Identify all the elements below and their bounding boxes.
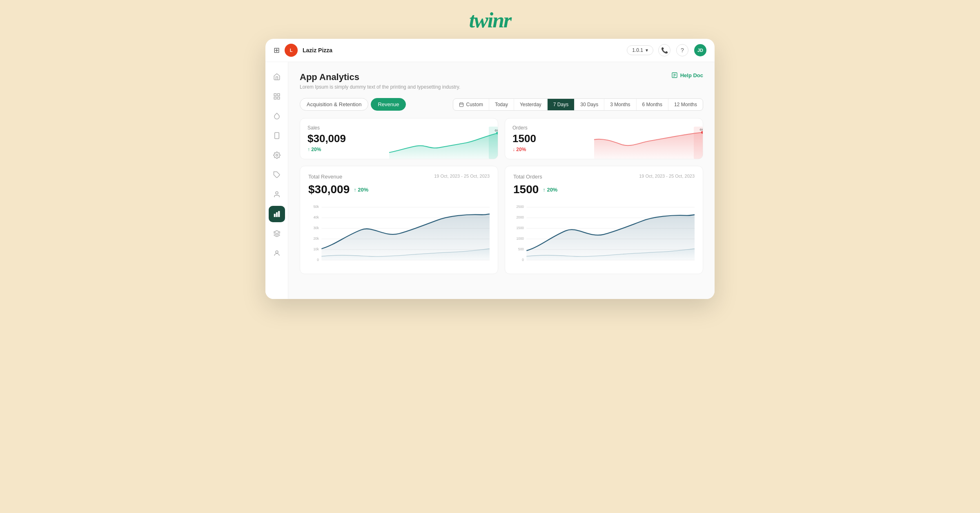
orders-mini-chart: 60: [594, 127, 703, 159]
app-window: ⊞ L Laziz Pizza 1.0.1 ▾ 📞 ? JD: [265, 39, 715, 299]
page-title-block: App Analytics Lorem Ipsum is simply dumm…: [300, 72, 460, 90]
time-btn-6months[interactable]: 6 Months: [637, 99, 668, 110]
company-name: Laziz Pizza: [303, 47, 332, 54]
chevron-down-icon: ▾: [646, 47, 648, 53]
topbar: ⊞ L Laziz Pizza 1.0.1 ▾ 📞 ? JD: [265, 39, 715, 62]
topbar-right: 📞 ? JD: [658, 44, 706, 56]
time-btn-yesterday[interactable]: Yesterday: [514, 99, 548, 110]
time-btn-7days[interactable]: 7 Days: [548, 99, 575, 110]
svg-text:2000: 2000: [516, 215, 524, 219]
svg-rect-4: [274, 133, 279, 139]
total-orders-amount: 1500: [513, 183, 539, 196]
svg-rect-10: [276, 212, 277, 217]
sidebar-item-layers[interactable]: [269, 225, 285, 242]
help-icon[interactable]: ?: [676, 44, 688, 56]
total-revenue-header: Total Revenue 19 Oct, 2023 - 25 Oct, 202…: [308, 174, 490, 180]
svg-rect-0: [274, 94, 276, 96]
svg-text:50k: 50k: [313, 205, 319, 209]
content-area: App Analytics Lorem Ipsum is simply dumm…: [288, 62, 715, 299]
total-orders-header: Total Orders 19 Oct, 2023 - 25 Oct, 2023: [513, 174, 695, 180]
company-logo: L: [285, 44, 298, 57]
svg-text:40k: 40k: [313, 215, 319, 219]
phone-icon[interactable]: 📞: [658, 44, 670, 56]
svg-text:500: 500: [518, 247, 524, 251]
svg-marker-12: [274, 231, 280, 234]
svg-rect-11: [278, 211, 279, 217]
svg-rect-3: [277, 97, 279, 99]
total-orders-title: Total Orders: [513, 174, 542, 180]
filter-bar: Acquisition & Retention Revenue Custom T…: [300, 98, 703, 111]
sidebar-item-home[interactable]: [269, 69, 285, 85]
svg-text:20k: 20k: [313, 236, 319, 241]
total-revenue-amount: $30,009: [308, 183, 350, 196]
svg-text:1000: 1000: [516, 236, 524, 241]
total-revenue-title: Total Revenue: [308, 174, 342, 180]
sales-mini-chart: 60: [389, 127, 498, 159]
svg-text:30k: 30k: [313, 226, 319, 230]
svg-rect-18: [459, 103, 463, 107]
tab-acquisition[interactable]: Acquisition & Retention: [300, 98, 368, 111]
svg-text:2500: 2500: [516, 205, 524, 209]
big-cards-row: Total Revenue 19 Oct, 2023 - 25 Oct, 202…: [300, 166, 703, 274]
svg-point-8: [276, 192, 278, 194]
time-btn-12months[interactable]: 12 Months: [668, 99, 703, 110]
total-orders-card: Total Orders 19 Oct, 2023 - 25 Oct, 2023…: [505, 166, 703, 274]
total-revenue-date: 19 Oct, 2023 - 25 Oct, 2023: [434, 174, 490, 178]
total-revenue-chart: 50k 40k 30k 20k 10k 0: [308, 201, 490, 266]
time-filter-group: Custom Today Yesterday 7 Days 30 Days 3 …: [453, 98, 703, 111]
time-btn-today[interactable]: Today: [489, 99, 514, 110]
total-revenue-value: $30,009 ↑ 20%: [308, 183, 490, 196]
time-btn-30days[interactable]: 30 Days: [575, 99, 604, 110]
time-btn-custom[interactable]: Custom: [453, 99, 489, 110]
sidebar-item-user[interactable]: [269, 186, 285, 203]
svg-text:0: 0: [522, 258, 524, 262]
total-orders-date: 19 Oct, 2023 - 25 Oct, 2023: [639, 174, 695, 178]
svg-rect-24: [489, 127, 498, 159]
total-revenue-badge: ↑ 20%: [354, 187, 368, 193]
help-doc-link[interactable]: Help Doc: [671, 72, 703, 78]
page-title: App Analytics: [300, 72, 460, 83]
total-orders-chart: 2500 2000 1500 1000 500 0: [513, 201, 695, 266]
tab-revenue[interactable]: Revenue: [371, 98, 406, 111]
time-btn-3months[interactable]: 3 Months: [604, 99, 636, 110]
svg-rect-27: [694, 127, 703, 159]
tab-group: Acquisition & Retention Revenue: [300, 98, 406, 111]
main-layout: App Analytics Lorem Ipsum is simply dumm…: [265, 62, 715, 299]
user-avatar[interactable]: JD: [694, 44, 706, 56]
sidebar-item-puzzle[interactable]: [269, 167, 285, 183]
sidebar-item-settings[interactable]: [269, 147, 285, 163]
app-logo: twinr: [469, 8, 511, 32]
sidebar-item-person[interactable]: [269, 245, 285, 261]
page-subtitle: Lorem Ipsum is simply dummy text of the …: [300, 84, 460, 90]
svg-rect-2: [274, 97, 276, 99]
version-text: 1.0.1: [632, 47, 643, 53]
total-orders-badge: ↑ 20%: [543, 187, 557, 193]
sales-card: Sales $30,009 ↑ 20%: [300, 118, 498, 159]
sidebar-item-drop[interactable]: [269, 108, 285, 124]
total-revenue-card: Total Revenue 19 Oct, 2023 - 25 Oct, 202…: [300, 166, 498, 274]
svg-rect-1: [277, 94, 279, 96]
help-doc-label: Help Doc: [680, 72, 703, 78]
orders-card: Orders 1500 ↓ 20%: [505, 118, 703, 159]
mini-cards-row: Sales $30,009 ↑ 20%: [300, 118, 703, 159]
total-orders-value: 1500 ↑ 20%: [513, 183, 695, 196]
svg-rect-9: [274, 214, 275, 217]
svg-text:1500: 1500: [516, 226, 524, 230]
sidebar-item-analytics[interactable]: [269, 206, 285, 222]
svg-point-6: [276, 154, 278, 156]
svg-point-13: [276, 251, 278, 253]
sidebar: [265, 62, 288, 299]
sidebar-item-layout[interactable]: [269, 88, 285, 105]
svg-text:10k: 10k: [313, 247, 319, 251]
svg-text:0: 0: [317, 258, 319, 262]
grid-icon[interactable]: ⊞: [274, 46, 280, 55]
version-selector[interactable]: 1.0.1 ▾: [627, 45, 653, 55]
sidebar-item-phone[interactable]: [269, 127, 285, 144]
page-header: App Analytics Lorem Ipsum is simply dumm…: [300, 72, 703, 90]
